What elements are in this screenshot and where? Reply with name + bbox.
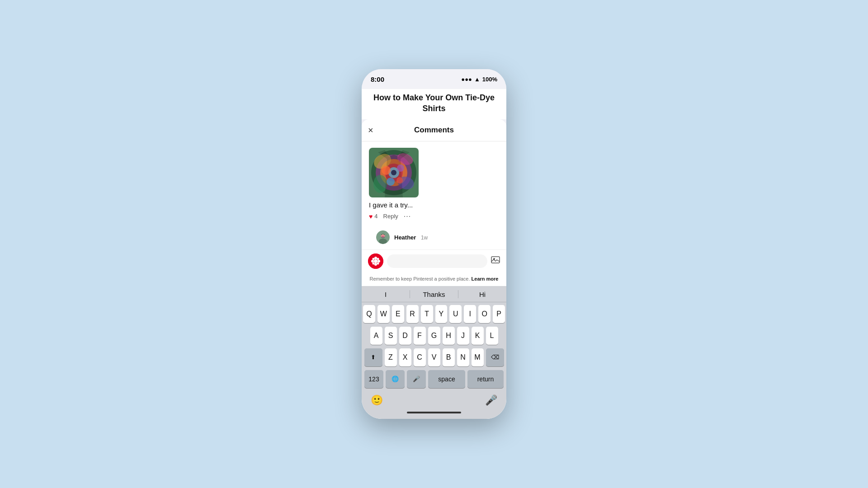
key-v[interactable]: V (428, 348, 440, 366)
key-p[interactable]: P (493, 305, 505, 323)
svg-point-14 (396, 177, 403, 183)
svg-point-17 (379, 239, 387, 244)
heart-icon: ♥ (369, 213, 373, 220)
key-s[interactable]: S (385, 327, 397, 345)
svg-point-20 (383, 235, 385, 237)
keyboard: Q W E R T Y U I O P A S D F G H J K (362, 302, 506, 392)
comment-section: I gave it a try... ♥ 4 Reply ··· (362, 141, 506, 227)
svg-point-9 (373, 175, 387, 193)
key-j[interactable]: J (457, 327, 469, 345)
svg-point-12 (397, 164, 404, 172)
key-b[interactable]: B (443, 348, 455, 366)
key-i[interactable]: I (464, 305, 476, 323)
svg-point-24 (374, 257, 377, 259)
reply-author: Heather (394, 234, 416, 241)
svg-rect-32 (491, 257, 500, 263)
svg-point-27 (377, 260, 380, 263)
svg-point-21 (381, 235, 382, 237)
svg-point-26 (371, 260, 374, 263)
key-e[interactable]: E (392, 305, 404, 323)
notice-text: Remember to keep Pinterest a positive pl… (370, 276, 470, 282)
comment-input-row (362, 249, 506, 273)
key-o[interactable]: O (478, 305, 491, 323)
modal-header: × Comments (362, 119, 506, 141)
like-count: 4 (374, 213, 377, 220)
svg-point-31 (377, 262, 379, 264)
return-key[interactable]: return (467, 370, 504, 388)
comments-modal: × Comments (362, 119, 506, 419)
key-m[interactable]: M (472, 348, 484, 366)
svg-point-30 (373, 262, 375, 264)
modal-title: Comments (414, 126, 454, 135)
key-x[interactable]: X (399, 348, 411, 366)
image-attach-button[interactable] (491, 255, 500, 267)
key-d[interactable]: D (399, 327, 411, 345)
key-y[interactable]: Y (435, 305, 448, 323)
more-options-button[interactable]: ··· (404, 212, 411, 221)
home-indicator (362, 410, 506, 419)
emoji-icon[interactable]: 🙂 (371, 394, 383, 406)
signal-icon: ●●● (461, 76, 472, 83)
reply-info: Heather 1w (394, 233, 428, 241)
key-t[interactable]: T (421, 305, 433, 323)
reply-avatar (376, 230, 390, 244)
autocomplete-word-2[interactable]: Thanks (410, 290, 458, 299)
shift-key[interactable]: ⬆ (364, 348, 382, 366)
svg-point-13 (387, 178, 395, 186)
key-w[interactable]: W (377, 305, 390, 323)
svg-point-25 (374, 263, 377, 266)
svg-point-29 (377, 258, 379, 260)
reply-comment: Heather 1w (362, 227, 506, 249)
key-c[interactable]: C (414, 348, 426, 366)
key-q[interactable]: Q (363, 305, 375, 323)
reply-time: 1w (421, 235, 428, 241)
comment-input[interactable] (387, 254, 487, 268)
key-l[interactable]: L (486, 327, 498, 345)
battery-icon: 100% (482, 76, 497, 83)
delete-key[interactable]: ⌫ (486, 348, 504, 366)
keyboard-row-1: Q W E R T Y U I O P (363, 305, 505, 323)
status-bar: 8:00 ●●● ▲ 100% (362, 69, 506, 89)
status-icons: ●●● ▲ 100% (461, 76, 497, 83)
key-r[interactable]: R (406, 305, 419, 323)
reply-button[interactable]: Reply (383, 213, 398, 220)
bottom-bar: 🙂 🎤 (362, 392, 506, 410)
key-f[interactable]: F (414, 327, 426, 345)
close-button[interactable]: × (368, 126, 373, 135)
svg-point-28 (373, 258, 375, 260)
comment-image (369, 148, 419, 197)
like-button[interactable]: ♥ 4 (369, 213, 378, 220)
key-u[interactable]: U (449, 305, 462, 323)
page-title-bar: How to Make Your Own Tie-Dye Shirts (362, 89, 506, 119)
key-g[interactable]: G (428, 327, 440, 345)
keyboard-row-3: ⬆ Z X C V B N M ⌫ (363, 348, 505, 366)
key-k[interactable]: K (472, 327, 484, 345)
pinterest-notice: Remember to keep Pinterest a positive pl… (362, 273, 506, 286)
globe-key[interactable]: 🌐 (386, 370, 405, 388)
space-key[interactable]: space (428, 370, 465, 388)
learn-more-link[interactable]: Learn more (472, 276, 499, 282)
autocomplete-bar: I Thanks Hi (362, 286, 506, 302)
mic-key[interactable]: 🎤 (407, 370, 426, 388)
svg-point-11 (382, 166, 391, 175)
autocomplete-word-1[interactable]: I (362, 290, 410, 299)
home-bar (407, 412, 461, 413)
current-user-avatar (368, 253, 383, 269)
comment-text: I gave it a try... (369, 201, 499, 209)
keyboard-bottom-row: 123 🌐 🎤 space return (363, 370, 505, 388)
page-title: How to Make Your Own Tie-Dye Shirts (369, 93, 499, 114)
key-z[interactable]: Z (385, 348, 397, 366)
key-a[interactable]: A (370, 327, 382, 345)
comment-actions: ♥ 4 Reply ··· (369, 212, 499, 221)
microphone-icon[interactable]: 🎤 (485, 394, 497, 406)
key-n[interactable]: N (457, 348, 469, 366)
keyboard-row-2: A S D F G H J K L (363, 327, 505, 345)
svg-point-23 (374, 259, 377, 263)
wifi-icon: ▲ (474, 76, 480, 83)
status-time: 8:00 (371, 75, 384, 83)
autocomplete-word-3[interactable]: Hi (458, 290, 506, 299)
phone-frame: 8:00 ●●● ▲ 100% How to Make Your Own Tie… (362, 69, 506, 419)
numbers-key[interactable]: 123 (364, 370, 383, 388)
key-h[interactable]: H (443, 327, 455, 345)
